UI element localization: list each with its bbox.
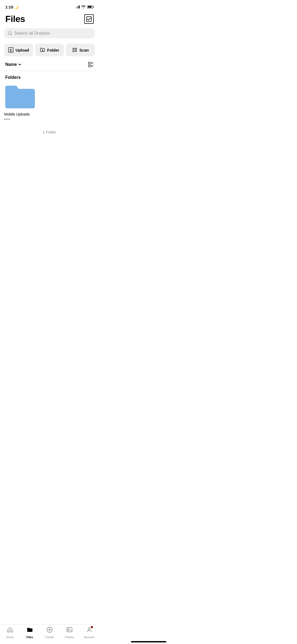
signal-icon	[75, 5, 80, 8]
view-toggle-icon	[88, 62, 94, 67]
folders-section-title: Folders	[5, 75, 21, 80]
header: Files	[0, 12, 99, 28]
select-button[interactable]	[84, 14, 94, 24]
folder-menu-button[interactable]: •••	[4, 117, 36, 122]
folder-count: 1 Folder	[0, 124, 99, 141]
wifi-icon	[81, 4, 86, 9]
folder-button[interactable]: Folder	[35, 44, 64, 56]
folder-label: Folder	[47, 48, 59, 52]
moon-icon: 🌙	[14, 5, 18, 9]
status-icons	[75, 4, 94, 9]
upload-label: Upload	[16, 48, 29, 52]
svg-rect-16	[88, 65, 90, 67]
search-container: Search all Dropbox	[0, 28, 99, 44]
list-item[interactable]: Mobile Uploads •••	[4, 83, 36, 122]
action-buttons: Upload Folder Scan	[0, 44, 99, 62]
scan-icon	[72, 47, 77, 53]
sort-text: Name	[5, 62, 17, 67]
svg-rect-8	[75, 48, 77, 49]
status-bar: 1:10 🌙	[0, 0, 99, 12]
page-title: Files	[5, 14, 25, 24]
battery-icon	[87, 6, 94, 8]
sort-button[interactable]: Name	[5, 62, 22, 67]
folders-grid: Mobile Uploads •••	[0, 83, 99, 124]
search-bar[interactable]: Search all Dropbox	[4, 28, 95, 38]
svg-rect-7	[73, 48, 74, 49]
folder-shape-icon	[4, 83, 36, 109]
folder-name: Mobile Uploads	[4, 112, 36, 116]
svg-line-2	[11, 34, 12, 35]
svg-rect-9	[73, 50, 74, 52]
scan-button[interactable]: Scan	[66, 44, 95, 56]
sort-row: Name	[0, 62, 99, 71]
svg-rect-13	[88, 62, 90, 64]
status-time: 1:10 🌙	[5, 5, 18, 9]
search-placeholder: Search all Dropbox	[14, 31, 50, 36]
upload-button[interactable]: Upload	[4, 44, 33, 56]
folders-section-header: Folders	[0, 71, 99, 83]
scan-label: Scan	[79, 48, 89, 52]
search-icon	[8, 31, 12, 35]
folder-icon-container	[4, 83, 36, 111]
upload-icon	[8, 47, 13, 53]
sort-chevron-icon	[18, 63, 22, 66]
folder-create-icon	[40, 47, 45, 53]
view-toggle-button[interactable]	[88, 62, 94, 67]
checkmark-icon	[86, 16, 92, 22]
